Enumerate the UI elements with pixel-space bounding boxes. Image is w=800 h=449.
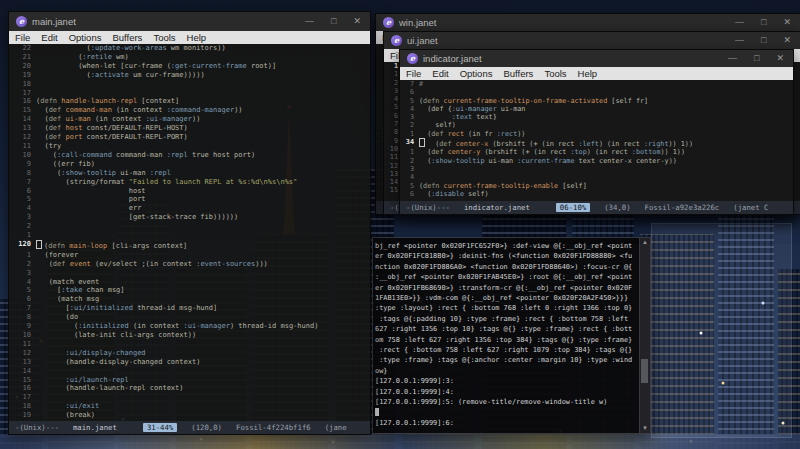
- code-line[interactable]: 7 (string/format "Failed to launch REPL …: [9, 178, 370, 187]
- titlebar[interactable]: e indicator.janet — □ ✕: [400, 50, 793, 67]
- code-line[interactable]: 11 (try: [9, 142, 370, 151]
- code-line[interactable]: 15 :ui/launch-repl: [9, 376, 370, 385]
- close-button[interactable]: ✕: [353, 13, 361, 30]
- minimize-button[interactable]: —: [735, 32, 744, 49]
- code-line[interactable]: 1 (def center-y (brshift (+ (in rect :to…: [400, 148, 793, 156]
- code-line[interactable]: 5(defn current-frame-tooltip-on-frame-ac…: [400, 97, 793, 105]
- code-line[interactable]: 1 (def rect (in fr :rect)): [400, 130, 793, 138]
- scroll-up-icon[interactable]: ▲: [640, 238, 650, 247]
- code-line[interactable]: 6: [400, 88, 793, 96]
- code-line[interactable]: 13 (def host const/DEFAULT-REPL-HOST): [9, 124, 370, 133]
- code-line[interactable]: 17: [9, 393, 370, 402]
- code-line[interactable]: 9 ((err fib): [9, 160, 370, 169]
- maximize-button[interactable]: □: [761, 14, 766, 31]
- minimize-button[interactable]: —: [305, 13, 314, 30]
- code-line[interactable]: 6 (:disable self): [400, 190, 793, 198]
- titlebar[interactable]: e main.janet — □ ✕: [9, 12, 370, 31]
- maximize-button[interactable]: □: [331, 13, 336, 30]
- menu-item-tools[interactable]: Tools: [544, 68, 566, 79]
- line-number: 120: [9, 240, 36, 251]
- menu-item-options[interactable]: Options: [69, 32, 102, 43]
- code-line[interactable]: 12 (def port const/DEFAULT-REPL-PORT): [9, 133, 370, 142]
- code-line[interactable]: 12 :ui/display-changed: [9, 349, 370, 358]
- menu-item-help[interactable]: Help: [187, 32, 207, 43]
- maximize-button[interactable]: □: [761, 32, 766, 49]
- code-line[interactable]: 19 (:activate um cur-frame))))): [9, 71, 370, 80]
- menu-item-buffers[interactable]: Buffers: [112, 32, 142, 43]
- line-number: 7: [9, 178, 36, 187]
- modeline-vcs: Fossil-4f224bf1f6: [236, 423, 311, 432]
- titlebar[interactable]: e win.janet — □ ✕: [376, 14, 800, 31]
- code-line[interactable]: 5(defn current-frame-tooltip-enable [sel…: [400, 182, 793, 190]
- line-number: 7: [9, 304, 36, 313]
- code-line[interactable]: 2 (:show-tooltip ui-man :current-frame t…: [400, 157, 793, 165]
- code-line[interactable]: 4: [400, 173, 793, 181]
- editor-area[interactable]: 22 (:update-work-areas wm monitors))21 (…: [9, 44, 370, 421]
- code-line[interactable]: 16 (handle-launch-repl context): [9, 384, 370, 393]
- code-line[interactable]: 5 [:take chan msg]: [9, 286, 370, 295]
- menu-item-buffers[interactable]: Buffers: [503, 68, 533, 79]
- code-line[interactable]: 15 (def command-man (in context :command…: [9, 106, 370, 115]
- code-line[interactable]: 3 [get-stack-trace fib)))))): [9, 213, 370, 222]
- code-line[interactable]: 18 :ui/exit: [9, 402, 370, 411]
- code-line[interactable]: 7 [:ui/initialized thread-id msg-hund]: [9, 304, 370, 313]
- code-line[interactable]: 8 (:show-tooltip ui-man :repl: [9, 169, 370, 178]
- scrollbar[interactable]: ▲ ▼: [639, 238, 650, 433]
- code-line[interactable]: 4 (match event: [9, 278, 370, 287]
- code-line[interactable]: 22 (:update-work-areas wm monitors)): [9, 44, 370, 53]
- text-cursor: [36, 240, 42, 249]
- menu-item-file[interactable]: File: [406, 68, 421, 79]
- titlebar[interactable]: e ui.janet — □ ✕: [384, 32, 800, 49]
- line-number: 15: [9, 376, 36, 385]
- code-line[interactable]: 1 (forever: [9, 251, 370, 260]
- code-line[interactable]: 120(defn main-loop [cli-args context]: [9, 240, 370, 251]
- editor-area[interactable]: 7#65(defn current-frame-tooltip-on-frame…: [400, 80, 793, 201]
- code-line[interactable]: 18: [9, 80, 370, 89]
- code-line[interactable]: 1: [9, 231, 370, 240]
- menu-item-help[interactable]: Help: [578, 68, 598, 79]
- code-line[interactable]: 3 :text text}: [400, 113, 793, 121]
- code-line[interactable]: 14 (def ui-man (in context :ui-manager)): [9, 115, 370, 124]
- code-line[interactable]: 17: [9, 89, 370, 98]
- code-line[interactable]: 3: [400, 165, 793, 173]
- code-line[interactable]: 6 (match msg: [9, 295, 370, 304]
- code-line[interactable]: 5 port: [9, 195, 370, 204]
- code-line[interactable]: 21 (:retile wm): [9, 53, 370, 62]
- line-number: 6: [9, 295, 36, 304]
- code-line[interactable]: 20: [9, 420, 370, 421]
- code-line[interactable]: 19 (break): [9, 411, 370, 420]
- code-line[interactable]: 20 (when-let [cur-frame (:get-current-fr…: [9, 62, 370, 71]
- code-line[interactable]: 13 (handle-display-changed context): [9, 358, 370, 367]
- code-line[interactable]: 11: [9, 340, 370, 349]
- menu-item-tools[interactable]: Tools: [153, 32, 175, 43]
- scrollbar-thumb[interactable]: [641, 359, 648, 383]
- code-line[interactable]: 3: [9, 269, 370, 278]
- code-line[interactable]: 6 host: [9, 187, 370, 196]
- minimize-button[interactable]: —: [728, 50, 737, 67]
- close-button[interactable]: ✕: [783, 32, 791, 49]
- code-line[interactable]: 10 (:call-command command-man :repl true…: [9, 151, 370, 160]
- menu-item-options[interactable]: Options: [460, 68, 493, 79]
- code-line[interactable]: 7#: [400, 80, 793, 88]
- menu-item-edit[interactable]: Edit: [432, 68, 448, 79]
- code-line[interactable]: 34 (def center-x (brshift (+ (in rect :l…: [400, 138, 793, 148]
- repl-output[interactable]: bj_ref <pointer 0x020F1FC652F0>} :def-vi…: [375, 241, 639, 431]
- code-line[interactable]: 10 (late-init cli-args context)): [9, 331, 370, 340]
- code-line[interactable]: 4 (def {:ui-manager ui-man: [400, 105, 793, 113]
- close-button[interactable]: ✕: [776, 50, 784, 67]
- minimize-button[interactable]: —: [735, 14, 744, 31]
- code-line[interactable]: 9 (:initialized (in context :ui-manager)…: [9, 322, 370, 331]
- menu-item-edit[interactable]: Edit: [41, 32, 57, 43]
- scroll-down-icon[interactable]: ▼: [640, 424, 650, 433]
- code-line[interactable]: 4 err: [9, 204, 370, 213]
- modeline: -(Unix)--- main.janet 31-44% (120,0) Fos…: [9, 421, 370, 434]
- code-line[interactable]: 8 (do: [9, 313, 370, 322]
- close-button[interactable]: ✕: [783, 14, 791, 31]
- menu-item-file[interactable]: File: [15, 32, 30, 43]
- code-line[interactable]: 14: [9, 367, 370, 376]
- code-line[interactable]: 2: [9, 222, 370, 231]
- code-line[interactable]: 2 self): [400, 121, 793, 129]
- maximize-button[interactable]: □: [754, 50, 759, 67]
- code-line[interactable]: 2 (def event (ev/select ;(in context :ev…: [9, 260, 370, 269]
- code-line[interactable]: 16(defn handle-launch-repl [context]: [9, 97, 370, 106]
